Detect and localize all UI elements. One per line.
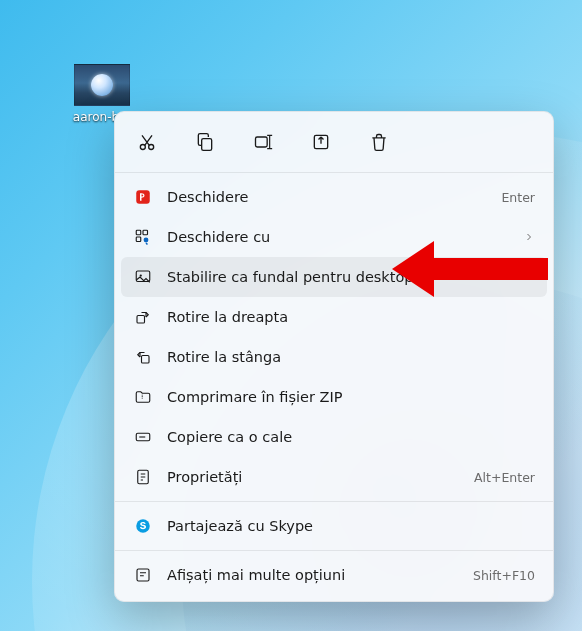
svg-rect-6 bbox=[136, 230, 141, 235]
svg-point-9 bbox=[144, 238, 149, 243]
svg-rect-3 bbox=[256, 137, 268, 147]
svg-rect-13 bbox=[142, 356, 150, 364]
separator bbox=[115, 550, 553, 551]
path-icon bbox=[133, 427, 153, 447]
menu-item-label: Partajează cu Skype bbox=[167, 518, 535, 534]
menu-item-label: Deschidere cu bbox=[167, 229, 523, 245]
menu-item-open-with[interactable]: Deschidere cu bbox=[121, 217, 547, 257]
menu-item-label: Rotire la stânga bbox=[167, 349, 535, 365]
properties-icon bbox=[133, 467, 153, 487]
svg-rect-7 bbox=[143, 230, 148, 235]
menu-item-accel: Shift+F10 bbox=[473, 568, 535, 583]
rename-icon[interactable] bbox=[245, 124, 281, 160]
separator bbox=[115, 172, 553, 173]
menu-item-skype-share[interactable]: Partajează cu Skype bbox=[121, 506, 547, 546]
svg-rect-12 bbox=[137, 316, 145, 324]
svg-point-1 bbox=[149, 145, 154, 150]
copy-icon[interactable] bbox=[187, 124, 223, 160]
menu-item-label: Copiere ca o cale bbox=[167, 429, 535, 445]
menu-item-label: Deschidere bbox=[167, 189, 501, 205]
quick-action-row bbox=[121, 118, 547, 168]
open-app-icon bbox=[133, 187, 153, 207]
svg-point-0 bbox=[140, 145, 145, 150]
zip-icon bbox=[133, 387, 153, 407]
menu-item-label: Afișați mai multe opțiuni bbox=[167, 567, 473, 583]
more-options-icon bbox=[133, 565, 153, 585]
svg-point-16 bbox=[136, 519, 150, 533]
menu-item-rotate-left[interactable]: Rotire la stânga bbox=[121, 337, 547, 377]
menu-item-label: Comprimare în fișier ZIP bbox=[167, 389, 535, 405]
context-menu: Deschidere Enter Deschidere cu Stabilire… bbox=[114, 111, 554, 602]
svg-rect-2 bbox=[202, 139, 212, 151]
svg-point-11 bbox=[140, 274, 142, 276]
menu-item-copy-as-path[interactable]: Copiere ca o cale bbox=[121, 417, 547, 457]
svg-rect-8 bbox=[136, 237, 141, 242]
menu-item-label: Rotire la dreapta bbox=[167, 309, 535, 325]
menu-item-show-more[interactable]: Afișați mai multe opțiuni Shift+F10 bbox=[121, 555, 547, 595]
svg-rect-17 bbox=[137, 569, 149, 581]
menu-item-accel: Alt+Enter bbox=[474, 470, 535, 485]
rotate-left-icon bbox=[133, 347, 153, 367]
cut-icon[interactable] bbox=[129, 124, 165, 160]
rotate-right-icon bbox=[133, 307, 153, 327]
menu-item-label: Proprietăți bbox=[167, 469, 474, 485]
thumbnail bbox=[74, 64, 130, 106]
menu-item-rotate-right[interactable]: Rotire la dreapta bbox=[121, 297, 547, 337]
menu-item-label: Stabilire ca fundal pentru desktop bbox=[167, 269, 535, 285]
image-icon bbox=[133, 267, 153, 287]
menu-item-compress-zip[interactable]: Comprimare în fișier ZIP bbox=[121, 377, 547, 417]
menu-item-open[interactable]: Deschidere Enter bbox=[121, 177, 547, 217]
delete-icon[interactable] bbox=[361, 124, 397, 160]
separator bbox=[115, 501, 553, 502]
menu-item-properties[interactable]: Proprietăți Alt+Enter bbox=[121, 457, 547, 497]
chevron-right-icon bbox=[523, 231, 535, 243]
menu-item-accel: Enter bbox=[501, 190, 535, 205]
menu-item-set-desktop-background[interactable]: Stabilire ca fundal pentru desktop bbox=[121, 257, 547, 297]
share-icon[interactable] bbox=[303, 124, 339, 160]
open-with-icon bbox=[133, 227, 153, 247]
skype-icon bbox=[133, 516, 153, 536]
